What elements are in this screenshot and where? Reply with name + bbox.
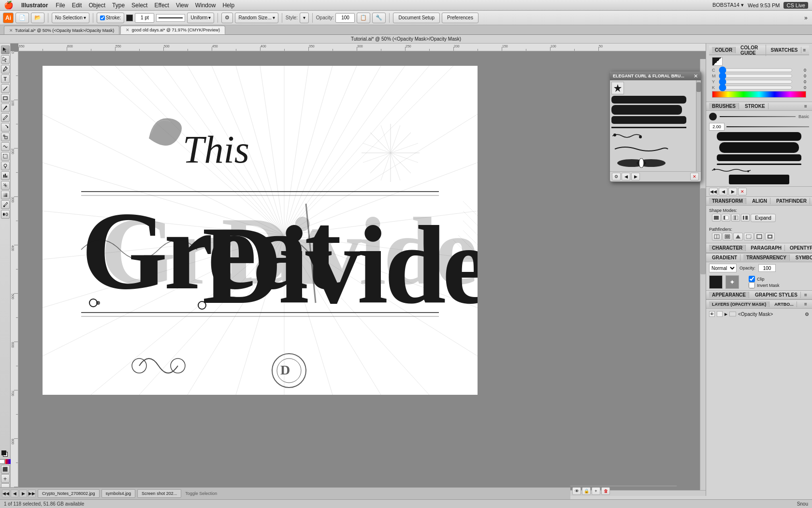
layers-make-visible[interactable]: 👁 xyxy=(572,487,581,495)
stroke-size-input[interactable] xyxy=(135,13,154,23)
curl-close-btn[interactable]: ✕ xyxy=(690,173,699,180)
brush-nav-back[interactable]: ◀◀ xyxy=(709,188,718,195)
shape-add[interactable] xyxy=(712,214,721,222)
yellow-slider[interactable] xyxy=(719,80,793,84)
cmyk-square[interactable] xyxy=(712,57,723,66)
layers-lock-btn[interactable]: 🔒 xyxy=(582,487,591,495)
nav-next[interactable]: ▶ xyxy=(19,490,27,497)
brush-item-5[interactable] xyxy=(709,167,809,173)
doc-setup-btn[interactable]: Document Setup xyxy=(393,13,440,23)
tab-brushes[interactable]: BRUSHES xyxy=(709,103,739,109)
tab-color-guide[interactable]: COLOR GUIDE xyxy=(738,45,766,56)
clip-checkbox[interactable] xyxy=(749,276,755,282)
direct-select-tool[interactable] xyxy=(1,55,10,64)
tab-transparency[interactable]: TRANSPARENCY xyxy=(743,254,790,261)
pf-crop[interactable] xyxy=(744,233,754,240)
layer-expand[interactable]: ▶ xyxy=(725,312,727,316)
pf-merge[interactable] xyxy=(733,233,743,240)
tab-stroke[interactable]: STROKE xyxy=(742,103,768,109)
tab-symbol[interactable]: SYMBOL xyxy=(793,254,812,261)
brush-item-2[interactable] xyxy=(719,142,799,153)
layers-panel-menu[interactable]: ≡ xyxy=(804,301,809,307)
menu-view[interactable]: View xyxy=(176,2,188,9)
random-size-dropdown[interactable]: Random Size... ▾ xyxy=(235,13,278,23)
menu-file[interactable]: File xyxy=(56,2,65,9)
pf-outline[interactable] xyxy=(754,233,764,240)
black-slider[interactable] xyxy=(719,86,793,90)
tab-layers[interactable]: LAYERS (OPACITY MASK) xyxy=(709,301,769,307)
layers-new-layer[interactable]: + xyxy=(592,487,600,495)
none-btn[interactable] xyxy=(0,459,5,464)
tab-pathfinder[interactable]: PATHFINDER xyxy=(773,198,810,204)
menu-select[interactable]: Select xyxy=(131,2,147,9)
tab-swatches[interactable]: SWATCHES xyxy=(768,47,801,53)
menu-effect[interactable]: Effect xyxy=(154,2,169,9)
layer-options-btn[interactable]: ⚙ xyxy=(805,312,809,317)
pf-divide[interactable] xyxy=(712,233,722,240)
mesh-tool[interactable] xyxy=(1,181,10,190)
preferences-btn[interactable]: Preferences xyxy=(442,13,478,23)
trans-swatch-black[interactable] xyxy=(709,275,723,289)
cyan-slider[interactable] xyxy=(719,68,793,72)
tab-transform[interactable]: TRANSFORM xyxy=(709,198,746,204)
curl-brush-6[interactable] xyxy=(611,143,695,156)
brush-tool[interactable] xyxy=(1,104,10,112)
toolbar-overflow[interactable]: » xyxy=(804,15,809,21)
menu-window[interactable]: Window xyxy=(195,2,216,9)
screen-mode-btn[interactable]: ⬛ xyxy=(1,465,10,474)
thumb-2[interactable]: symbols4.jpg xyxy=(102,489,136,498)
curl-nav-settings[interactable]: ⚙ xyxy=(612,173,621,180)
expand-btn[interactable]: Expand xyxy=(751,214,776,222)
tab-gradient-trans[interactable]: GRADIENT xyxy=(709,254,740,261)
curl-nav-prev[interactable]: ◀ xyxy=(622,173,630,180)
color-panel-menu[interactable]: ≡ xyxy=(803,47,806,53)
color-spectrum[interactable] xyxy=(712,91,806,98)
layers-delete[interactable]: 🗑 xyxy=(601,487,610,495)
thumb-1[interactable]: Crypto_Notes_2708002.jpg xyxy=(38,489,100,498)
pf-trim[interactable] xyxy=(723,233,732,240)
trans-opacity-input[interactable] xyxy=(758,264,776,272)
stroke-type-dropdown[interactable]: Uniform ▾ xyxy=(187,13,214,23)
warp-tool[interactable] xyxy=(1,142,10,151)
style-dropdown[interactable]: ▾ xyxy=(300,13,309,23)
tab-appearance[interactable]: APPEARANCE xyxy=(709,292,749,298)
zoom-in-btn[interactable]: + xyxy=(1,474,10,483)
tab-graphic-styles[interactable]: GRAPHIC STYLES xyxy=(752,292,801,298)
free-transform-tool[interactable] xyxy=(1,152,10,161)
select-tool[interactable] xyxy=(1,45,10,54)
magenta-slider[interactable] xyxy=(719,74,793,78)
shape-exclude[interactable] xyxy=(741,214,750,222)
canvas-inner[interactable]: Great Divide This Great Divide xyxy=(18,51,706,496)
pen-tool[interactable] xyxy=(1,65,10,74)
layer-visibility[interactable]: 👁 xyxy=(709,311,715,317)
thumb-3[interactable]: Screen shot 202... xyxy=(137,489,181,498)
invert-mask-checkbox[interactable] xyxy=(749,282,755,288)
curl-brush-4[interactable] xyxy=(611,127,686,128)
open-btn[interactable]: 📂 xyxy=(31,13,44,23)
opacity-btn1[interactable]: 📋 xyxy=(357,13,370,23)
rotate-tool[interactable] xyxy=(1,123,10,132)
nav-last[interactable]: ▶▶ xyxy=(28,490,36,497)
vertical-scrollbar-thumb[interactable] xyxy=(700,188,706,274)
cs-live[interactable]: CS Live xyxy=(783,2,808,9)
curl-scroll-thumb[interactable] xyxy=(696,82,701,92)
curl-brush-3[interactable] xyxy=(611,116,686,124)
brush-delete[interactable]: ✕ xyxy=(738,188,747,195)
pencil-tool[interactable] xyxy=(1,113,10,122)
eyedropper-tool[interactable] xyxy=(1,200,10,209)
curl-brush-5[interactable] xyxy=(611,131,695,142)
tab-goodolddays[interactable]: ✕ good old days.ai* @ 71.97% (CMYK/Previ… xyxy=(120,26,225,34)
trans-mode-select[interactable]: Normal Multiply Screen Overlay xyxy=(709,264,737,272)
brush-item-4[interactable] xyxy=(717,164,802,165)
curl-scrollbar[interactable] xyxy=(696,80,701,171)
opacity-btn2[interactable]: 🔧 xyxy=(372,13,386,23)
scale-tool[interactable] xyxy=(1,133,10,141)
curl-brush-1[interactable] xyxy=(611,96,686,104)
opacity-input[interactable] xyxy=(335,13,355,23)
curl-brush-2[interactable] xyxy=(611,105,682,115)
symbol-spray-tool[interactable] xyxy=(1,162,10,170)
brush-item-1[interactable] xyxy=(717,132,802,141)
tab-paragraph[interactable]: PARAGRAPH xyxy=(748,245,785,251)
pf-minus-back[interactable] xyxy=(765,233,775,240)
curl-brush-7[interactable] xyxy=(611,157,695,170)
